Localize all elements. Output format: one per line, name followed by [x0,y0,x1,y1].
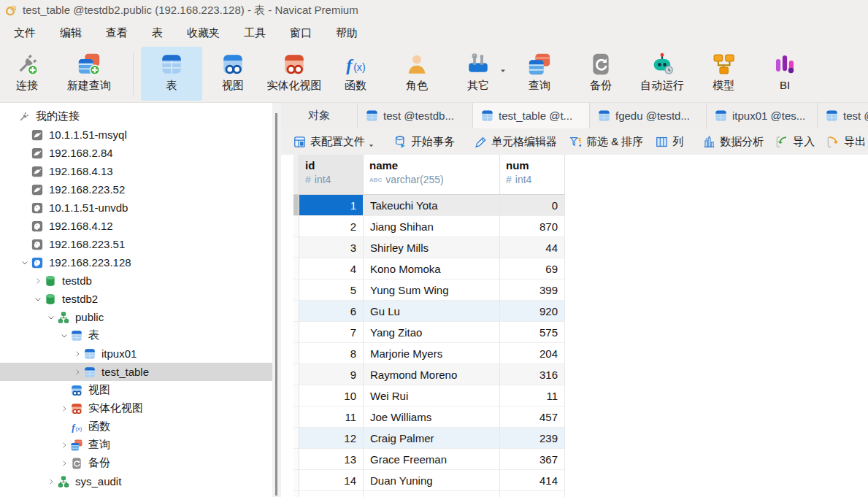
menu-item-5[interactable]: 收藏夹 [180,23,227,43]
cell-name[interactable]: Shirley Mills [364,237,500,258]
table-row[interactable]: 3Shirley Mills44 [293,237,565,258]
tree-item-_[interactable]: 查询 [0,436,272,454]
sidebar-scrollbar[interactable] [272,103,281,497]
menu-item-4[interactable]: 表 [145,23,170,43]
cell-id[interactable]: 5 [299,280,364,301]
cell-name[interactable]: Kono Momoka [364,258,500,280]
tree-item-10.1.1.51-msyql[interactable]: 10.1.1.51-msyql [0,126,272,144]
table-toolbar-table-profile-button[interactable]: 表配置文件 [287,132,380,151]
menu-item-6[interactable]: 工具 [237,23,273,43]
tab-2[interactable]: test_table @t... [473,103,590,128]
cell-name[interactable]: Yang Zitao [364,322,500,343]
toolbar-button-bi[interactable]: BI [754,47,815,101]
row-marker[interactable] [293,216,299,237]
tree-item-192.168.223.51[interactable]: 192.168.223.51 [0,235,272,253]
chevron-down-icon[interactable] [19,257,31,269]
tab-5[interactable]: test @testdb... [818,103,868,128]
cell-id[interactable]: 9 [299,364,364,385]
toolbar-button-automation[interactable]: 自动运行 [631,47,693,101]
tree-item-192.168.223.52[interactable]: 192.168.223.52 [0,180,272,199]
table-row[interactable]: 2Jiang Shihan870 [293,216,565,237]
row-marker[interactable] [293,322,299,343]
tree-item-_[interactable]: 实体化视图 [0,399,272,417]
tree-item-_[interactable]: 备份 [0,454,272,472]
cell-num[interactable]: 920 [500,301,565,322]
cell-name[interactable]: Raymond Moreno [364,364,500,385]
tree-item-testdb[interactable]: testdb [0,271,272,290]
table-toolbar-export-button[interactable]: 导出 [821,132,868,151]
cell-name[interactable]: Craig Palmer [364,428,500,449]
tree-item-_[interactable]: 视图 [0,381,272,399]
chevron-right-icon[interactable] [58,439,70,451]
tree-item-10.1.1.51-unvdb[interactable]: 10.1.1.51-unvdb [0,199,272,217]
row-marker[interactable] [293,428,299,449]
menu-item-1[interactable]: 文件 [7,23,43,43]
cell-id[interactable]: 3 [299,237,364,258]
chevron-right-icon[interactable] [58,403,70,415]
cell-id[interactable]: 2 [299,216,364,237]
row-marker[interactable] [293,195,299,216]
table-row[interactable]: 9Raymond Moreno316 [293,364,565,385]
row-marker[interactable] [293,280,299,301]
table-toolbar-cell-editor-button[interactable]: 单元格编辑器 [468,132,563,151]
cell-name[interactable]: Yung Sum Wing [364,280,500,301]
cell-id[interactable]: 10 [299,385,364,407]
tree-item-_[interactable]: f(x)函数 [0,417,272,436]
chevron-down-icon[interactable] [45,312,57,323]
tree-item-testdb2[interactable]: testdb2 [0,290,272,308]
cell-num[interactable]: 0 [500,195,565,216]
cell-id[interactable]: 6 [299,301,364,322]
chevron-right-icon[interactable] [72,348,83,360]
toolbar-button-model[interactable]: 模型 [693,47,754,101]
tab-objects[interactable]: 对象 [281,103,358,128]
table-row[interactable]: 1Takeuchi Yota0 [293,195,565,216]
tab-3[interactable]: fgedu @testd... [590,103,707,128]
cell-num[interactable]: 870 [500,216,565,237]
column-header-num[interactable]: num#int4 [500,155,565,194]
sidebar-scrollbar-thumb[interactable] [275,113,277,496]
row-marker[interactable] [293,470,299,491]
table-row[interactable]: 14Duan Yuning414 [293,470,565,491]
cell-num[interactable]: 316 [500,364,565,385]
tree-item-public[interactable]: public [0,308,272,326]
table-row[interactable]: 11Joe Williams457 [293,407,565,428]
cell-name[interactable]: Jiang Shihan [364,216,500,237]
row-marker[interactable] [293,449,299,470]
cell-name[interactable]: Joe Williams [364,407,500,428]
tree-item-_[interactable]: 我的连接 [0,107,272,126]
row-marker[interactable] [293,258,299,280]
table-row[interactable]: 13Grace Freeman367 [293,449,565,470]
chevron-down-icon[interactable] [58,330,70,342]
cell-num[interactable]: 575 [500,322,565,343]
cell-num[interactable]: 69 [500,258,565,280]
cell-num[interactable]: 11 [500,385,565,407]
cell-name[interactable]: Wei Rui [364,385,500,407]
tree-item-sys_audit[interactable]: sys_audit [0,472,272,490]
chevron-right-icon[interactable] [45,476,57,488]
cell-id[interactable]: 12 [299,428,364,449]
cell-id[interactable]: 1 [299,195,364,216]
tree-item-test_table[interactable]: test_table [0,363,272,381]
column-header-name[interactable]: nameABCvarchar(255) [364,155,500,194]
cell-name[interactable]: Marjorie Myers [364,343,500,364]
table-row[interactable]: 4Kono Momoka69 [293,258,565,280]
tree-item-192.168.223.128[interactable]: 192.168.223.128 [0,253,272,271]
table-toolbar-data-analysis-button[interactable]: 数据分析 [696,132,769,151]
row-marker[interactable] [293,301,299,322]
cell-num[interactable]: 239 [500,428,565,449]
table-toolbar-begin-transaction-button[interactable]: 开始事务 [388,132,461,151]
toolbar-button-materialized-view[interactable]: 实体化视图 [264,47,325,101]
table-row[interactable]: 6Gu Lu920 [293,301,565,322]
table-row[interactable]: 8Marjorie Myers204 [293,343,565,364]
menu-item-8[interactable]: 帮助 [329,23,365,43]
tree-item-192.168.4.12[interactable]: 192.168.4.12 [0,217,272,235]
cell-id[interactable]: 8 [299,343,364,364]
cell-id[interactable]: 4 [299,258,364,280]
cell-id[interactable]: 11 [299,407,364,428]
cell-num[interactable]: 204 [500,343,565,364]
cell-num[interactable]: 367 [500,449,565,470]
menu-item-7[interactable]: 窗口 [283,23,319,43]
cell-num[interactable]: 414 [500,470,565,491]
cell-id[interactable]: 13 [299,449,364,470]
toolbar-button-function[interactable]: f(x)函数 [325,47,386,101]
